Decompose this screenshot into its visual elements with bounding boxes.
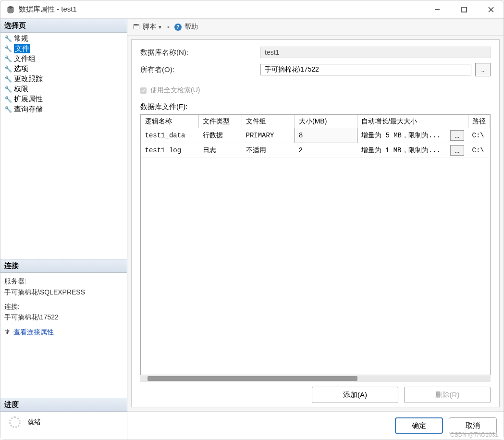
connection-icon: ♆	[4, 327, 11, 337]
wrench-icon: 🔧	[4, 75, 12, 83]
autogrow-edit-button[interactable]: ...	[450, 130, 464, 141]
database-icon	[6, 5, 15, 14]
cell-path: C:\	[468, 143, 490, 158]
wrench-icon: 🔧	[4, 106, 12, 113]
progress-ring-icon	[9, 416, 21, 428]
db-name-value: test1	[260, 47, 491, 58]
col-path[interactable]: 路径	[468, 115, 490, 128]
ok-button[interactable]: 确定	[395, 417, 443, 434]
sidebar-item-change-tracking[interactable]: 🔧更改跟踪	[0, 74, 127, 84]
titlebar: 数据库属性 - test1	[0, 0, 504, 19]
cell-autogrow: 增量为 5 MB，限制为...	[357, 128, 446, 143]
main-panel: 🗔 脚本 ▪ ? 帮助 数据库名称(N): test1 所有者(O): ..	[127, 19, 504, 440]
cell-logical-name: test1_data	[141, 128, 199, 143]
table-row[interactable]: test1_data 行数据 PRIMARY 8 增量为 5 MB，限制为...…	[141, 128, 490, 143]
wrench-icon: 🔧	[4, 86, 12, 93]
help-icon: ?	[174, 24, 182, 31]
progress-status: 就绪	[27, 418, 41, 427]
dialog-buttons: 确定 取消	[127, 411, 504, 440]
wrench-icon: 🔧	[4, 55, 12, 62]
connection-value: 手可摘棉花\17522	[4, 312, 123, 322]
progress-header: 进度	[0, 398, 127, 412]
svg-point-0	[8, 6, 13, 9]
wrench-icon: 🔧	[4, 35, 12, 42]
col-logical-name[interactable]: 逻辑名称	[141, 115, 199, 128]
connection-label: 连接:	[4, 301, 123, 312]
script-dropdown[interactable]: 脚本	[143, 23, 162, 31]
sidebar-item-general[interactable]: 🔧常规	[0, 34, 127, 44]
scrollbar-thumb[interactable]	[148, 376, 357, 381]
table-row[interactable]: test1_log 日志 不适用 2 增量为 1 MB，限制为... ... C…	[141, 143, 490, 158]
wrench-icon: 🔧	[4, 45, 12, 52]
window-title: 数据库属性 - test1	[19, 5, 430, 14]
cancel-button[interactable]: 取消	[449, 417, 497, 434]
toolbar: 🗔 脚本 ▪ ? 帮助	[127, 19, 504, 36]
cell-path: C:\	[468, 128, 490, 143]
sidebar-item-options[interactable]: 🔧选项	[0, 64, 127, 74]
script-icon: 🗔	[133, 23, 140, 31]
view-connection-props-link[interactable]: ♆ 查看连接属性	[4, 327, 123, 337]
progress-section: 就绪	[0, 412, 127, 440]
sidebar-item-permissions[interactable]: 🔧权限	[0, 84, 127, 94]
db-name-label: 数据库名称(N):	[140, 48, 260, 57]
cell-autogrow: 增量为 1 MB，限制为...	[357, 143, 446, 158]
horizontal-scrollbar[interactable]	[140, 375, 491, 382]
col-filegroup[interactable]: 文件组	[242, 115, 295, 128]
col-file-type[interactable]: 文件类型	[199, 115, 242, 128]
sidebar-item-filegroups[interactable]: 🔧文件组	[0, 54, 127, 64]
db-files-label: 数据库文件(F):	[140, 102, 491, 111]
close-button[interactable]	[484, 3, 498, 16]
maximize-button[interactable]	[457, 3, 471, 16]
remove-button: 删除(R)	[404, 387, 491, 403]
cell-filegroup: 不适用	[242, 143, 295, 158]
owner-input[interactable]	[260, 64, 471, 75]
wrench-icon: 🔧	[4, 96, 12, 103]
dialog-window: 数据库属性 - test1 选择页 🔧常规 🔧文件 🔧文件组 🔧选项 🔧更改跟踪…	[0, 0, 504, 440]
wrench-icon: 🔧	[4, 65, 12, 73]
cell-filegroup: PRIMARY	[242, 128, 295, 143]
cell-size[interactable]: 8	[295, 128, 357, 143]
separator: ▪	[167, 23, 170, 31]
view-connection-props-label: 查看连接属性	[13, 327, 54, 337]
server-value: 手可摘棉花\SQLEXPRESS	[4, 287, 123, 297]
fulltext-label: 使用全文检索(U)	[150, 86, 200, 95]
col-autogrow[interactable]: 自动增长/最大大小	[357, 115, 468, 128]
col-size[interactable]: 大小(MB)	[295, 115, 357, 128]
sidebar-item-extended-props[interactable]: 🔧扩展属性	[0, 94, 127, 104]
fulltext-checkbox	[140, 87, 147, 94]
owner-label: 所有者(O):	[140, 65, 260, 74]
svg-rect-2	[462, 7, 467, 12]
select-page-header: 选择页	[0, 19, 127, 33]
sidebar-item-files[interactable]: 🔧文件	[0, 44, 127, 54]
cell-file-type: 行数据	[199, 128, 242, 143]
owner-browse-button[interactable]: ..	[475, 63, 491, 76]
db-files-table-wrap: 逻辑名称 文件类型 文件组 大小(MB) 自动增长/最大大小 路径 test1_…	[140, 114, 491, 375]
connection-header: 连接	[0, 259, 127, 273]
window-controls	[430, 3, 498, 16]
connection-section: 服务器: 手可摘棉花\SQLEXPRESS 连接: 手可摘棉花\17522 ♆ …	[0, 273, 127, 340]
autogrow-edit-button[interactable]: ...	[450, 145, 464, 156]
cell-file-type: 日志	[199, 143, 242, 158]
nav-list: 🔧常规 🔧文件 🔧文件组 🔧选项 🔧更改跟踪 🔧权限 🔧扩展属性 🔧查询存储	[0, 33, 127, 115]
content-pane: 数据库名称(N): test1 所有者(O): .. 使用全文检索(U) 数据库…	[131, 39, 500, 407]
add-button[interactable]: 添加(A)	[312, 387, 398, 403]
cell-logical-name: test1_log	[141, 143, 199, 158]
sidebar: 选择页 🔧常规 🔧文件 🔧文件组 🔧选项 🔧更改跟踪 🔧权限 🔧扩展属性 🔧查询…	[0, 19, 127, 440]
db-files-table[interactable]: 逻辑名称 文件类型 文件组 大小(MB) 自动增长/最大大小 路径 test1_…	[141, 115, 490, 158]
server-label: 服务器:	[4, 276, 123, 286]
help-link[interactable]: 帮助	[184, 23, 198, 31]
cell-size[interactable]: 2	[295, 143, 357, 158]
minimize-button[interactable]	[430, 3, 444, 16]
sidebar-item-query-store[interactable]: 🔧查询存储	[0, 104, 127, 114]
